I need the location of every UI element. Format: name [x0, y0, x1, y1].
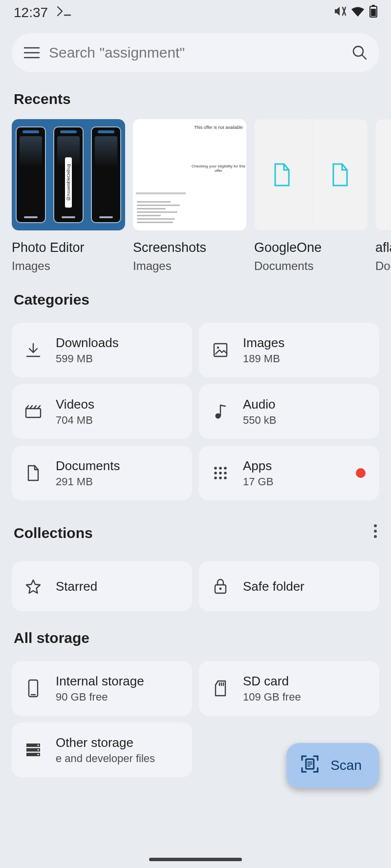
svg-rect-4	[214, 344, 227, 356]
svg-point-14	[214, 476, 217, 479]
scan-fab[interactable]: Scan	[286, 743, 379, 788]
star-icon	[23, 579, 43, 594]
section-header-categories: Categories	[0, 273, 391, 314]
recent-subtitle: Images	[12, 259, 125, 273]
tile-title: Safe folder	[243, 579, 304, 594]
terminal-icon	[57, 5, 71, 21]
tile-title: Internal storage	[56, 674, 144, 689]
tile-title: Documents	[56, 458, 120, 474]
categories-grid: Downloads 599 MB Images 189 MB Videos 70…	[0, 314, 391, 500]
tile-subtitle: 109 GB free	[243, 691, 301, 703]
svg-point-26	[37, 749, 39, 750]
svg-point-16	[224, 476, 227, 479]
recent-title: afla	[375, 240, 391, 255]
svg-point-10	[224, 467, 227, 470]
svg-point-15	[219, 476, 222, 479]
tile-subtitle: 599 MB	[56, 352, 119, 365]
apps-icon	[211, 466, 230, 480]
svg-point-18	[374, 530, 377, 533]
category-videos[interactable]: Videos 704 MB	[12, 384, 192, 439]
nav-indicator	[149, 858, 242, 861]
recent-thumbnail: This offer is not available Checking you…	[133, 119, 246, 230]
svg-point-13	[224, 472, 227, 475]
tile-title: Images	[243, 335, 284, 351]
recent-thumbnail	[254, 119, 368, 230]
tile-title: Apps	[243, 458, 273, 474]
svg-rect-1	[372, 5, 375, 6]
recent-item-screenshots[interactable]: This offer is not available Checking you…	[133, 119, 246, 273]
tile-subtitle: 704 MB	[56, 414, 94, 427]
fab-label: Scan	[330, 758, 362, 773]
recent-item-partial[interactable]: afla Docu	[375, 119, 391, 273]
category-images[interactable]: Images 189 MB	[199, 323, 379, 377]
image-icon	[211, 342, 230, 358]
status-time: 12:37	[14, 5, 48, 21]
audio-icon	[211, 403, 230, 420]
battery-icon	[369, 5, 377, 21]
recent-title: GoogleOne	[254, 240, 368, 255]
tile-title: Starred	[56, 579, 97, 594]
tile-title: SD card	[243, 674, 301, 689]
recent-title: Photo Editor	[12, 240, 125, 255]
svg-point-28	[37, 754, 39, 755]
storage-internal[interactable]: Internal storage 90 GB free	[12, 661, 192, 716]
status-bar: 12:37	[0, 0, 391, 25]
tile-subtitle: 17 GB	[243, 475, 273, 488]
collection-starred[interactable]: Starred	[12, 561, 192, 611]
recent-item-photo-editor[interactable]: @AssembleDebug Photo Editor Images	[12, 119, 125, 273]
recent-subtitle: Docu	[375, 259, 391, 273]
tile-subtitle: 90 GB free	[56, 691, 144, 703]
svg-point-3	[353, 46, 363, 56]
tile-title: Audio	[243, 397, 277, 412]
wifi-icon	[351, 5, 365, 21]
category-documents[interactable]: Documents 291 MB	[12, 446, 192, 500]
svg-point-9	[219, 467, 222, 470]
svg-point-24	[37, 744, 39, 746]
collections-label: Collections	[14, 525, 93, 541]
category-downloads[interactable]: Downloads 599 MB	[12, 323, 192, 377]
storage-icon	[23, 743, 43, 757]
search-input[interactable]	[49, 44, 352, 61]
category-apps[interactable]: Apps 17 GB	[199, 446, 379, 500]
tile-title: Videos	[56, 397, 94, 412]
document-icon	[23, 465, 43, 481]
recent-subtitle: Images	[133, 259, 246, 273]
section-header-storage: All storage	[0, 611, 391, 652]
more-icon[interactable]	[369, 519, 382, 547]
svg-rect-2	[371, 9, 376, 16]
video-icon	[23, 405, 43, 418]
scan-icon	[300, 754, 320, 777]
svg-point-21	[219, 588, 222, 590]
lock-icon	[211, 578, 230, 595]
collection-safe-folder[interactable]: Safe folder	[199, 561, 379, 611]
tile-subtitle: 550 kB	[243, 414, 277, 427]
tile-subtitle: e and developer files	[56, 752, 155, 765]
svg-point-5	[217, 347, 219, 349]
svg-point-19	[374, 535, 377, 538]
search-bar[interactable]	[12, 33, 379, 72]
svg-point-11	[214, 472, 217, 475]
tile-subtitle: 291 MB	[56, 475, 120, 488]
phone-icon	[23, 679, 43, 698]
category-audio[interactable]: Audio 550 kB	[199, 384, 379, 439]
collections-grid: Starred Safe folder	[0, 553, 391, 611]
svg-rect-6	[26, 409, 41, 417]
recent-item-googleone[interactable]: GoogleOne Documents	[254, 119, 368, 273]
tile-title: Downloads	[56, 335, 119, 351]
mute-icon	[333, 5, 346, 21]
storage-sdcard[interactable]: SD card 109 GB free	[199, 661, 379, 716]
recent-title: Screenshots	[133, 240, 246, 255]
menu-icon[interactable]	[23, 46, 40, 59]
recents-list: @AssembleDebug Photo Editor Images This …	[0, 113, 391, 273]
recent-subtitle: Documents	[254, 259, 368, 273]
sdcard-icon	[211, 680, 230, 697]
svg-point-8	[214, 467, 217, 470]
recent-thumbnail: @AssembleDebug	[12, 119, 125, 230]
tile-subtitle: 189 MB	[243, 352, 284, 365]
download-icon	[23, 342, 43, 358]
tile-title: Other storage	[56, 735, 155, 750]
section-header-collections: Collections	[0, 500, 391, 553]
storage-other[interactable]: Other storage e and developer files	[12, 723, 192, 777]
svg-point-17	[374, 524, 377, 527]
search-icon[interactable]	[352, 45, 368, 61]
